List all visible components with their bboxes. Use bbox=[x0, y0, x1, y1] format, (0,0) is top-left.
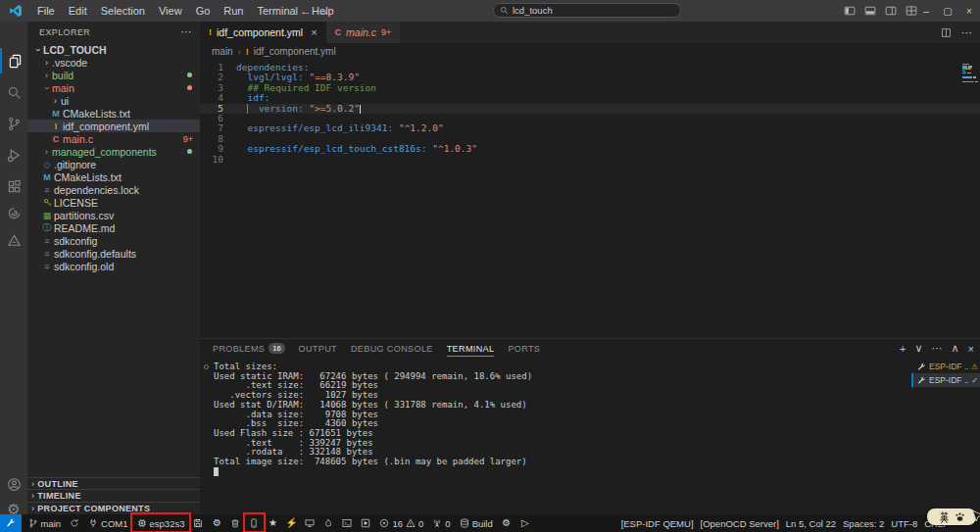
tree-item-ui[interactable]: ›ui bbox=[27, 94, 200, 107]
terminal-dropdown-icon[interactable]: ∨ bbox=[914, 342, 922, 355]
close-button[interactable]: × bbox=[958, 0, 980, 22]
terminal-text: Total sizes: Used static IRAM: 67246 byt… bbox=[214, 362, 532, 466]
terminal-output[interactable]: Total sizes: Used static IRAM: 67246 byt… bbox=[200, 358, 909, 514]
status-flash[interactable]: ⚡ bbox=[282, 514, 301, 532]
status-problems[interactable]: 160 bbox=[375, 514, 428, 532]
tree-item-idf-component-yml[interactable]: !idf_component.yml bbox=[27, 120, 200, 132]
breadcrumb-folder[interactable]: main bbox=[212, 46, 233, 57]
code-editor[interactable]: 1dependencies:2 lvgl/lvgl: "==8.3.9"3 ##… bbox=[200, 60, 980, 337]
terminal-list-item-1[interactable]: ESP-IDF ...⚠ bbox=[911, 360, 980, 373]
status-save[interactable] bbox=[189, 514, 208, 532]
menu-run[interactable]: Run bbox=[217, 0, 250, 22]
activity-explorer[interactable] bbox=[0, 48, 27, 73]
activity-account[interactable] bbox=[0, 471, 27, 497]
menu-selection[interactable]: Selection bbox=[94, 0, 152, 22]
tree-item-managed-components[interactable]: ›managed_components bbox=[27, 145, 200, 158]
indent-guide bbox=[247, 104, 248, 114]
nav-forward-button[interactable]: → bbox=[318, 0, 329, 22]
explorer-more-actions[interactable]: ⋯ bbox=[181, 25, 192, 38]
tree-item-license[interactable]: LICENSE bbox=[27, 196, 200, 209]
status-spaces-2[interactable]: Spaces: 2 bbox=[843, 518, 884, 529]
menu-view[interactable]: View bbox=[152, 0, 189, 22]
panel-tab-problems[interactable]: PROBLEMS16 bbox=[213, 339, 285, 358]
status-remote[interactable] bbox=[0, 514, 22, 532]
search-input[interactable] bbox=[513, 5, 674, 16]
toggle-secondary-sidebar-icon[interactable] bbox=[885, 5, 897, 17]
status-build[interactable]: Build bbox=[455, 514, 497, 532]
section-timeline[interactable]: ›TIMELINE bbox=[27, 489, 200, 502]
tree-item-partitions-csv[interactable]: ▦partitions.csv bbox=[27, 209, 200, 221]
status-openocd-server[interactable]: [OpenOCD Server] bbox=[701, 518, 779, 529]
nav-back-button[interactable]: ← bbox=[300, 0, 312, 22]
status-run[interactable]: ▷ bbox=[515, 514, 534, 532]
activity-run-debug[interactable] bbox=[0, 142, 27, 168]
panel-tab-ports[interactable]: PORTS bbox=[508, 339, 540, 358]
status-ln-5-col-22[interactable]: Ln 5, Col 22 bbox=[786, 518, 836, 529]
panel-tab-terminal[interactable]: TERMINAL bbox=[447, 339, 495, 358]
panel-tab-label: TERMINAL bbox=[447, 341, 495, 357]
new-terminal-icon[interactable]: + bbox=[900, 343, 906, 355]
tree-item-main-c[interactable]: Cmain.c9+ bbox=[27, 132, 200, 145]
tree-item--vscode[interactable]: ›.vscode bbox=[27, 56, 200, 69]
toggle-sidebar-icon[interactable] bbox=[844, 5, 856, 17]
minimap[interactable] bbox=[962, 64, 978, 83]
panel-tab-output[interactable]: OUTPUT bbox=[299, 339, 337, 358]
tree-item-cmakelists-txt[interactable]: MCMakeLists.txt bbox=[27, 107, 200, 120]
section-outline[interactable]: ›OUTLINE bbox=[27, 477, 200, 490]
tree-item-readme-md[interactable]: ⓘREADME.md bbox=[27, 221, 200, 234]
status-device-target[interactable]: esp32s3 bbox=[132, 514, 189, 532]
status-monitor-device[interactable] bbox=[301, 514, 319, 532]
status-esp-idf-qemu[interactable]: [ESP-IDF QEMU] bbox=[621, 518, 694, 529]
status-ports-forwarded[interactable]: 0 bbox=[428, 514, 455, 532]
activity-idf-tools[interactable] bbox=[0, 227, 27, 253]
status-full-clean[interactable] bbox=[226, 514, 245, 532]
maximize-button[interactable]: ▢ bbox=[937, 0, 958, 22]
breadcrumb-file[interactable]: idf_component.yml bbox=[254, 46, 336, 57]
status-run-app[interactable] bbox=[357, 514, 375, 532]
section-project-components[interactable]: ›PROJECT COMPONENTS bbox=[27, 502, 200, 514]
tree-item-cmakelists-txt[interactable]: MCMakeLists.txt bbox=[27, 170, 200, 183]
activity-source-control[interactable] bbox=[0, 111, 27, 136]
tree-item-sdkconfig[interactable]: ≡sdkconfig bbox=[27, 234, 200, 247]
activity-espressif[interactable] bbox=[0, 200, 27, 225]
tab-main-c[interactable]: Cmain.c9+ bbox=[326, 22, 401, 43]
menu-terminal[interactable]: Terminal bbox=[251, 0, 306, 22]
status-terminal[interactable] bbox=[338, 514, 357, 532]
maximize-panel-icon[interactable]: ∧ bbox=[952, 342, 959, 355]
status-flame[interactable] bbox=[319, 514, 338, 532]
panel-tab-debug-console[interactable]: DEBUG CONSOLE bbox=[351, 339, 433, 358]
tree-item--gitignore[interactable]: ◇.gitignore bbox=[27, 158, 200, 170]
close-icon[interactable]: × bbox=[311, 26, 317, 38]
split-editor-icon[interactable] bbox=[941, 27, 952, 38]
status-sync[interactable] bbox=[66, 514, 84, 532]
status-star[interactable]: ★ bbox=[264, 514, 282, 532]
tab-idf-component-yml[interactable]: !idf_component.yml× bbox=[200, 22, 326, 43]
status-menuconfig[interactable]: ⚙ bbox=[208, 514, 226, 532]
close-panel-icon[interactable]: × bbox=[968, 343, 974, 355]
menu-edit[interactable]: Edit bbox=[62, 0, 94, 22]
more-actions-icon[interactable]: ⋯ bbox=[961, 26, 972, 39]
tree-item-dependencies-lock[interactable]: ≡dependencies.lock bbox=[27, 183, 200, 196]
tree-item-main[interactable]: ›main bbox=[27, 81, 200, 94]
lightning-icon: ⚡ bbox=[286, 518, 296, 528]
terminal-list-item-2[interactable]: ESP-IDF ...✓ bbox=[911, 373, 980, 387]
database-icon bbox=[460, 518, 469, 528]
command-center-search[interactable] bbox=[493, 3, 681, 18]
activity-search[interactable] bbox=[0, 79, 27, 105]
tree-item-lcd-touch[interactable]: ›LCD_TOUCH bbox=[27, 43, 200, 56]
status-flash-device[interactable] bbox=[245, 514, 264, 532]
tree-item-sdkconfig-defaults[interactable]: ≡sdkconfig.defaults bbox=[27, 247, 200, 260]
status-git-branch[interactable]: main bbox=[24, 514, 66, 532]
more-actions-icon[interactable]: ⋯ bbox=[932, 342, 943, 355]
tree-item-build[interactable]: ›build bbox=[27, 69, 200, 81]
tree-item-sdkconfig-old[interactable]: ≡sdkconfig.old bbox=[27, 260, 200, 272]
activity-extensions[interactable] bbox=[0, 173, 27, 199]
status-serial-port[interactable]: COM1 bbox=[84, 514, 132, 532]
status-utf-8[interactable]: UTF-8 bbox=[891, 518, 917, 529]
status-build-settings[interactable]: ⚙ bbox=[497, 514, 515, 532]
minimize-button[interactable]: – bbox=[915, 0, 937, 22]
menu-go[interactable]: Go bbox=[189, 0, 218, 22]
toggle-panel-icon[interactable] bbox=[864, 5, 876, 17]
minimap-segment bbox=[962, 64, 969, 65]
menu-file[interactable]: File bbox=[30, 0, 62, 22]
